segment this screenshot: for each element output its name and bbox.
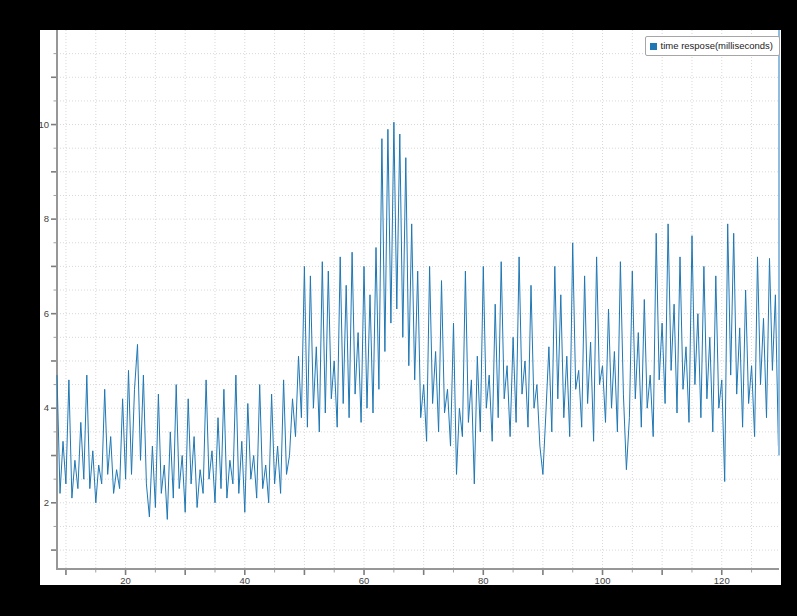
x-axis-tick-label: 40 [240, 575, 251, 585]
y-axis-tick-label: 4 [44, 402, 49, 413]
x-axis-tick-label: 80 [478, 575, 489, 585]
y-axis-tick-label: 6 [44, 308, 49, 319]
x-axis-tick-label: 60 [359, 575, 370, 585]
legend-item[interactable]: time respose(milliseconds) [645, 36, 780, 56]
legend-series-swatch-icon [650, 43, 657, 50]
x-axis-tick-label: 100 [595, 575, 611, 585]
x-axis-tick-label: 120 [714, 575, 730, 585]
page-background: 20406080100120246810 time respose(millis… [0, 0, 797, 616]
legend-series-label: time respose(milliseconds) [661, 41, 773, 51]
chart-panel: 20406080100120246810 time respose(millis… [40, 30, 781, 585]
y-axis-tick-label: 10 [40, 119, 49, 130]
x-axis-tick-label: 20 [120, 575, 131, 585]
line-chart-canvas: 20406080100120246810 [40, 30, 781, 585]
series-line [57, 122, 778, 519]
y-axis-tick-label: 2 [44, 497, 49, 508]
y-axis-tick-label: 8 [44, 213, 49, 224]
